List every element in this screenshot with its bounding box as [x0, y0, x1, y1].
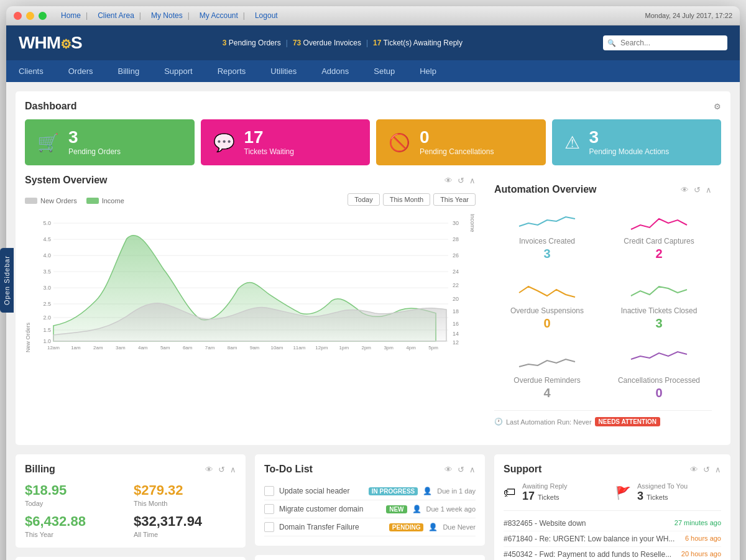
- billing-alltime: $32,317.94 All Time: [134, 513, 236, 538]
- automation-grid: Invoices Created 3 Credit Card Captures …: [494, 203, 712, 405]
- titlebar-nav: Home Client Area My Notes My Account Log…: [56, 11, 283, 20]
- nav-home[interactable]: Home: [56, 11, 93, 20]
- svg-text:24: 24: [453, 269, 459, 275]
- todo-item-1: Migrate customer domain NEW 👤 Due 1 week…: [264, 500, 476, 518]
- svg-text:1am: 1am: [71, 345, 81, 351]
- chart-controls: Today This Month This Year: [348, 193, 476, 206]
- svg-text:8am: 8am: [228, 345, 237, 351]
- ticket-list: #832465 - Website down 27 minutes ago #6…: [504, 516, 721, 560]
- nav-my-notes[interactable]: My Notes: [146, 11, 195, 20]
- nav-orders[interactable]: Orders: [56, 60, 106, 82]
- todo-checkbox-1[interactable]: [264, 504, 274, 514]
- pending-orders-num: 3: [68, 129, 121, 146]
- support-eye-icon[interactable]: 👁: [690, 465, 698, 474]
- todo-badge-1: NEW: [386, 505, 407, 513]
- svg-text:12am: 12am: [47, 345, 60, 351]
- tickets-waiting-num: 17: [244, 129, 294, 146]
- svg-text:2am: 2am: [93, 345, 103, 351]
- svg-text:16: 16: [453, 321, 459, 327]
- tickets-waiting-card[interactable]: 💬 17 Tickets Waiting: [201, 119, 371, 165]
- todo-badge-0: IN PROGRESS: [369, 487, 418, 495]
- pending-orders-label: Pending Orders: [68, 147, 121, 156]
- bottom-row: Billing 👁 ↺ ∧ $18.95 Today $: [16, 454, 730, 560]
- main-nav: Clients Orders Billing Support Reports U…: [6, 60, 740, 82]
- close-button[interactable]: [14, 12, 22, 20]
- legend-income-label: Income: [102, 197, 124, 204]
- refresh-icon[interactable]: ↺: [458, 176, 464, 185]
- overdue-invoices-alert: 73 Overdue Invoices: [293, 39, 361, 47]
- support-refresh-icon[interactable]: ↺: [703, 465, 710, 474]
- tag-icon: 🏷: [504, 485, 516, 500]
- billing-today: $18.95 Today: [25, 482, 127, 507]
- app-header: WHM⚙S 3 Pending Orders | 73 Overdue Invo…: [6, 25, 740, 60]
- chart-year-btn[interactable]: This Year: [433, 193, 476, 206]
- svg-text:14: 14: [453, 331, 459, 337]
- cancel-icon: 🚫: [389, 132, 410, 153]
- nav-clients[interactable]: Clients: [6, 60, 56, 82]
- main-content: Dashboard ⚙ 🛒 3 Pending Orders 💬 17 Tick: [6, 82, 740, 560]
- chart-month-btn[interactable]: This Month: [383, 193, 430, 206]
- automation-collapse-icon[interactable]: ∧: [706, 185, 712, 195]
- ticket-0: #832465 - Website down 27 minutes ago: [504, 516, 721, 531]
- svg-text:6am: 6am: [183, 345, 193, 351]
- svg-text:5.0: 5.0: [43, 220, 50, 226]
- system-health-panel: System Health 👁 ↺ ∧ 🌐 Overall Rating Goo…: [16, 557, 246, 560]
- billing-grid: $18.95 Today $279.32 This Month $6,432.8…: [25, 482, 236, 538]
- dashboard-panel: Dashboard ⚙ 🛒 3 Pending Orders 💬 17 Tick: [16, 91, 730, 445]
- support-collapse-icon[interactable]: ∧: [715, 465, 721, 474]
- auto-cc-captures: Credit Card Captures 2: [606, 203, 712, 266]
- automation-refresh-icon[interactable]: ↺: [694, 185, 701, 195]
- todo-title: To-Do List: [264, 464, 313, 475]
- support-title: Support: [504, 464, 541, 475]
- todo-refresh-icon[interactable]: ↺: [458, 465, 464, 474]
- open-sidebar-tab[interactable]: Open Sidebar: [0, 248, 14, 313]
- pending-module-card[interactable]: ⚠ 3 Pending Module Actions: [552, 119, 722, 165]
- dashboard-gear-icon[interactable]: ⚙: [714, 102, 721, 111]
- header-alerts: 3 Pending Orders | 73 Overdue Invoices |…: [223, 39, 463, 47]
- todo-user-icon-2: 👤: [428, 523, 438, 531]
- todo-item-0: Update social header IN PROGRESS 👤 Due i…: [264, 482, 476, 500]
- nav-my-account[interactable]: My Account: [195, 11, 250, 20]
- todo-user-icon-1: 👤: [412, 505, 421, 513]
- dashboard-title: Dashboard: [25, 101, 77, 112]
- system-overview-panel: System Overview 👁 ↺ ∧ New Orders: [25, 175, 476, 436]
- nav-client-area[interactable]: Client Area: [93, 11, 146, 20]
- billing-eye-icon[interactable]: 👁: [205, 465, 213, 474]
- pending-cancellations-card[interactable]: 🚫 0 Pending Cancellations: [376, 119, 546, 165]
- nav-setup[interactable]: Setup: [361, 60, 407, 82]
- svg-text:5am: 5am: [160, 345, 170, 351]
- chart-legend: New Orders Income: [25, 197, 124, 204]
- left-col: Billing 👁 ↺ ∧ $18.95 Today $: [16, 454, 246, 560]
- nav-addons[interactable]: Addons: [309, 60, 361, 82]
- todo-eye-icon[interactable]: 👁: [444, 465, 453, 474]
- nav-support[interactable]: Support: [152, 60, 205, 82]
- svg-text:5pm: 5pm: [428, 345, 438, 351]
- logo: WHM⚙S: [19, 33, 82, 53]
- nav-reports[interactable]: Reports: [205, 60, 259, 82]
- pending-orders-card[interactable]: 🛒 3 Pending Orders: [25, 119, 195, 165]
- chart-today-btn[interactable]: Today: [348, 193, 379, 206]
- support-stats: 🏷 Awaiting Reply 17 Tickets 🚩 Assig: [504, 482, 721, 503]
- svg-text:18: 18: [453, 308, 459, 314]
- cart-icon: 🛒: [37, 132, 59, 153]
- nav-logout[interactable]: Logout: [250, 11, 283, 20]
- svg-text:3am: 3am: [116, 345, 126, 351]
- maximize-button[interactable]: [39, 12, 47, 20]
- todo-checkbox-2[interactable]: [264, 522, 274, 532]
- automation-eye-icon[interactable]: 👁: [681, 185, 689, 195]
- svg-text:2.0: 2.0: [43, 314, 50, 321]
- nav-help[interactable]: Help: [407, 60, 449, 82]
- search-wrap: [603, 35, 727, 50]
- billing-collapse-icon[interactable]: ∧: [230, 465, 236, 474]
- nav-billing[interactable]: Billing: [105, 60, 152, 82]
- minimize-button[interactable]: [26, 12, 34, 20]
- todo-checkbox-0[interactable]: [264, 486, 274, 496]
- collapse-icon[interactable]: ∧: [469, 176, 476, 185]
- eye-icon[interactable]: 👁: [444, 176, 453, 185]
- search-input[interactable]: [603, 35, 727, 50]
- pending-cancellations-num: 0: [420, 129, 494, 146]
- nav-utilities[interactable]: Utilities: [258, 60, 309, 82]
- svg-text:28: 28: [453, 236, 459, 242]
- billing-refresh-icon[interactable]: ↺: [218, 465, 225, 474]
- todo-collapse-icon[interactable]: ∧: [469, 465, 476, 474]
